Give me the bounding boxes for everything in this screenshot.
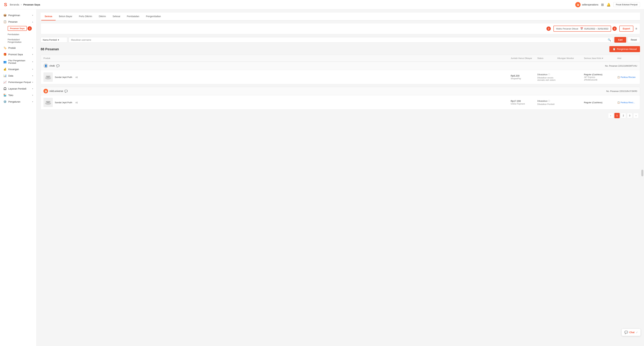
page-2-button[interactable]: 2 xyxy=(621,113,626,118)
scroll-indicator[interactable] xyxy=(641,170,643,176)
periksa-rincian-link-1[interactable]: 📋 Periksa Rincian xyxy=(617,76,637,78)
svg-rect-7 xyxy=(47,102,50,103)
review-label-1: Periksa Rincian xyxy=(620,76,636,78)
reset-button[interactable]: Reset xyxy=(628,37,640,43)
date-range-picker[interactable]: Waktu Pesanan Dibuat 📅 01/01/2022 – 31/0… xyxy=(554,26,611,32)
pesanan-submenu: Pesanan Saya 1 Pembatalan Pembatalan/ Pe… xyxy=(0,25,36,44)
notification-bell-icon[interactable]: 🔔 xyxy=(606,3,611,7)
product-name-1: Sandal Jepit Putih xyxy=(55,76,72,78)
col-jasa-kirim[interactable]: Semua Jasa Kirim ▾ xyxy=(584,57,617,60)
order-row-1: Sandal Jepit Putih x1 Rp8.200 ShopeePay … xyxy=(41,70,640,84)
order-card-header-2: 🎅 mild.universe 💬 No. Pesanan 2201318VJY… xyxy=(41,87,640,95)
product-details-2: Sandal Jepit Putih xyxy=(55,101,72,104)
sidebar-label-pesanan: Pesanan xyxy=(8,20,18,23)
next-page-button[interactable]: › xyxy=(633,113,639,118)
search-input[interactable] xyxy=(68,37,613,43)
order-number-2: No. Pesanan 2201318VJY3KR0 xyxy=(606,90,637,92)
tab-perlu-dikirim[interactable]: Perlu Dikirim xyxy=(76,13,96,20)
col-hitungan: Hitungan Mundur xyxy=(557,57,584,60)
periksa-rincian-link-2[interactable]: 📋 Periksa Rinci... xyxy=(617,101,637,104)
status-col-2: Dibatalkan ⓘ Dibatalkan Pembeli xyxy=(537,100,557,106)
page-1-button[interactable]: 1 xyxy=(614,113,620,118)
bulk-ship-button[interactable]: 📋 Pengiriman Massal xyxy=(610,46,640,52)
grid-icon[interactable]: ⊞ xyxy=(601,3,604,7)
sidebar-label-fitur: Fitur Pengelolaan Pembeli xyxy=(8,59,32,64)
breadcrumb-home[interactable]: Beranda xyxy=(10,3,19,6)
layanan-icon: 🎧 xyxy=(3,87,7,90)
order-number-1: No. Pesanan 2201318W2MTV4U xyxy=(605,64,637,67)
sidebar-item-data[interactable]: 📊 Data ▾ xyxy=(0,72,36,79)
sidebar-item-produk[interactable]: 🏷️ Produk ▾ xyxy=(0,44,36,51)
chevron-down-icon-data: ▾ xyxy=(32,74,33,77)
export-button[interactable]: Export xyxy=(619,26,633,32)
action-col-1: 📋 Periksa Rincian xyxy=(617,76,637,78)
pengiriman-icon: 📦 xyxy=(3,14,7,17)
pesanan-icon: 📋 xyxy=(3,20,7,23)
sidebar-item-layanan-pembeli[interactable]: 🎧 Layanan Pembeli ▾ xyxy=(0,86,36,92)
step-badge-1: 1 xyxy=(28,26,32,31)
chevron-up-icon: ▴ xyxy=(32,21,33,23)
sidebar-item-promosi-saya[interactable]: 🎁 Promosi Saya ▾ xyxy=(0,51,36,58)
col-aksi-label: Aksi xyxy=(617,57,621,60)
chevron-down-icon-search: ▾ xyxy=(58,39,59,41)
cari-button[interactable]: Cari xyxy=(614,37,626,43)
sidebar-item-pesanan-saya[interactable]: Pesanan Saya 1 xyxy=(8,25,36,32)
sidebar-item-pesanan[interactable]: 📋 Pesanan ▴ xyxy=(0,18,36,25)
chevron-down-icon: ▾ xyxy=(32,14,33,16)
col-jumlah-label: Jumlah Harus Dibayar xyxy=(511,57,532,60)
more-options-icon[interactable]: ≡ xyxy=(635,27,637,30)
page-layout: 📦 Pengiriman ▾ 📋 Pesanan ▴ Pesanan Saya … xyxy=(0,9,644,346)
sidebar-item-pengaturan[interactable]: ⚙️ Pengaturan ▾ xyxy=(0,98,36,105)
chat-icon-2[interactable]: 💬 xyxy=(64,90,68,93)
chat-fab[interactable]: 💬 Chat ⤢ xyxy=(622,329,641,336)
sidebar-item-pembatalan[interactable]: Pembatalan xyxy=(8,32,36,37)
help-icon-1[interactable]: ⓘ xyxy=(548,73,550,76)
sidebar-label-perkembangan: Perkembangan Penjual xyxy=(8,81,31,84)
order-header: 88 Pesanan 📋 Pengiriman Massal xyxy=(40,46,640,52)
order-tabs: Semua Belum Bayar Perlu Dikirim Dikirim … xyxy=(40,13,640,20)
amount-col-2: Rp17.200 Online Payment xyxy=(511,100,537,105)
help-icon-2[interactable]: ⓘ xyxy=(548,100,550,102)
tab-belum-bayar[interactable]: Belum Bayar xyxy=(56,13,76,20)
app-header: S Beranda > Pesanan Saya 🎅 selleroperati… xyxy=(0,0,644,9)
page-3-button[interactable]: 3 xyxy=(627,113,632,118)
shopee-logo: S xyxy=(4,2,7,7)
buyer-avatar-1: 👤 xyxy=(44,64,48,68)
chat-fab-icon: 💬 xyxy=(624,330,628,334)
status-note-1: Dibatalkan secara otomatis oleh sistem xyxy=(537,76,557,81)
review-icon-2: 📋 xyxy=(617,101,620,104)
tab-pembatalan[interactable]: Pembatalan xyxy=(124,13,143,20)
product-image-1 xyxy=(44,72,53,82)
bulk-ship-icon: 📋 xyxy=(613,48,616,50)
search-bar: Nama Pembeli ▾ 🔍 Cari Reset xyxy=(40,37,640,43)
tab-dikirim[interactable]: Dikirim xyxy=(96,13,109,20)
chat-icon-1[interactable]: 💬 xyxy=(56,64,60,68)
sidebar-item-perkembangan-penjual[interactable]: 📈 Perkembangan Penjual ▾ xyxy=(0,79,36,86)
tab-pengembalian[interactable]: Pengembalian xyxy=(143,13,164,20)
sidebar-item-fitur-pengelolaan-pembeli[interactable]: 👥 Fitur Pengelolaan Pembeli ▾ xyxy=(0,58,36,66)
sidebar-item-toko[interactable]: 🏪 Toko ▾ xyxy=(0,92,36,98)
sidebar-item-pengiriman[interactable]: 📦 Pengiriman ▾ xyxy=(0,12,36,18)
tab-selesai[interactable]: Selesai xyxy=(109,13,124,20)
user-menu[interactable]: 🎅 selleroperations xyxy=(575,2,598,7)
username-label: selleroperations xyxy=(582,3,598,6)
edu-button[interactable]: Pusat Edukasi Penjual xyxy=(613,2,640,7)
calendar-icon: 📅 xyxy=(580,27,583,30)
shipping-provider-1: J&T Express xyxy=(584,76,617,78)
search-icon: 🔍 xyxy=(608,38,611,42)
buyer-name-1: choki xyxy=(50,64,55,67)
status-text-1: Dibatalkan xyxy=(537,73,548,76)
order-count: 88 Pesanan xyxy=(40,47,59,51)
shipping-type-1: Reguler (Cashless) xyxy=(584,73,617,76)
prev-page-button[interactable]: ‹ xyxy=(608,113,613,118)
pesanan-saya-active-label[interactable]: Pesanan Saya xyxy=(8,26,27,31)
status-col-1: Dibatalkan ⓘ Dibatalkan secara otomatis … xyxy=(537,73,557,81)
sidebar-label-produk: Produk xyxy=(8,46,16,49)
search-type-select[interactable]: Nama Pembeli ▾ xyxy=(40,37,67,43)
chevron-down-icon-promosi: ▾ xyxy=(32,53,33,56)
chevron-down-icon-pengaturan: ▾ xyxy=(32,100,33,103)
tab-semua[interactable]: Semua xyxy=(41,13,56,20)
sidebar-item-keuangan[interactable]: 💰 Keuangan ▾ xyxy=(0,66,36,72)
status-badge-1: Dibatalkan ⓘ xyxy=(537,73,550,76)
sidebar-item-pembatalan-pengembalian[interactable]: Pembatalan/ Pengembalian xyxy=(8,37,36,44)
